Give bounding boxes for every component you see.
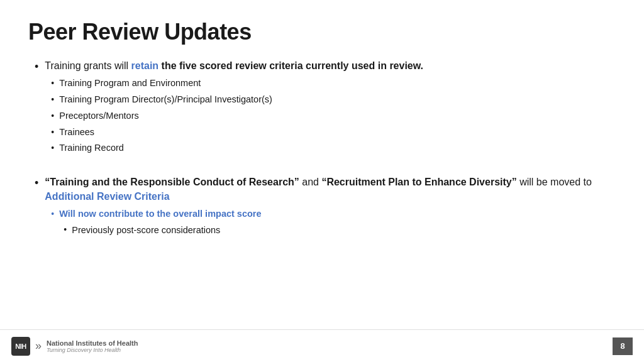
nih-text-block: National Institutes of Health Turning Di… [47, 339, 138, 353]
bullet1-highlight: retain [131, 60, 159, 71]
sub-text-1-1: Training Program and Environment [59, 77, 201, 90]
footer: NIH » National Institutes of Health Turn… [0, 329, 644, 362]
sub-sub-text-2-1: Previously post-score considerations [72, 224, 220, 238]
sub-bullet-1-1: • Training Program and Environment [51, 77, 423, 90]
bullet-marker-2: • [35, 177, 38, 190]
nih-tagline: Turning Discovery Into Health [47, 347, 138, 353]
nih-arrow-icon: » [35, 339, 42, 353]
sub-marker-2-1: • [51, 208, 54, 221]
sub-marker-1-1: • [51, 77, 54, 90]
sub-bullets-1: • Training Program and Environment • Tra… [45, 77, 423, 155]
bullet2-bold2: “Recruitment Plan to Enhance Diversity” [321, 177, 516, 187]
sub-text-1-5: Training Record [59, 141, 124, 155]
bullet1-intro: Training grants will [45, 60, 131, 71]
nih-badge: NIH [11, 337, 30, 356]
sub-bullet-1-3: • Preceptors/Mentors [51, 109, 423, 123]
nih-name: National Institutes of Health [47, 339, 138, 347]
bullet-text-1: Training grants will retain the five sco… [45, 59, 423, 158]
bullet2-bold1: “Training and the Responsible Conduct of… [45, 177, 299, 187]
slide-title: Peer Review Updates [28, 19, 616, 45]
slide-container: Peer Review Updates • Training grants wi… [0, 0, 644, 362]
sub-bullet-1-4: • Trainees [51, 126, 423, 140]
sub-bullet-1-5: • Training Record [51, 141, 423, 155]
bullet1-rest: the five scored review criteria currentl… [158, 60, 423, 71]
sub-bullets-2: • Will now contribute to the overall imp… [45, 207, 616, 238]
sub-text-2-1: Will now contribute to the overall impac… [59, 207, 261, 221]
content-area: • Training grants will retain the five s… [28, 59, 616, 237]
sub-text-1-3: Preceptors/Mentors [59, 109, 139, 123]
sub-text-1-4: Trainees [59, 126, 94, 140]
bullet2-link: Additional Review Criteria [45, 191, 169, 202]
sub-marker-1-3: • [51, 110, 54, 123]
sub-sub-bullet-2-1: • Previously post-score considerations [51, 224, 616, 238]
sub-sub-marker-2-1: • [64, 224, 67, 236]
bullet-marker-1: • [35, 60, 38, 74]
bullet2-will: will be moved to [517, 177, 592, 187]
sub-marker-1-4: • [51, 126, 54, 139]
bullet-2: • “Training and the Responsible Conduct … [35, 175, 616, 237]
sub-marker-1-2: • [51, 94, 54, 106]
page-number: 8 [613, 337, 633, 355]
sub-marker-1-5: • [51, 142, 54, 155]
sub-bullet-1-2: • Training Program Director(s)/Principal… [51, 93, 423, 107]
bullet2-and: and [299, 177, 322, 187]
bullet-1: • Training grants will retain the five s… [35, 59, 616, 158]
bullet-text-2: “Training and the Responsible Conduct of… [45, 175, 616, 237]
sub-bullet-2-1: • Will now contribute to the overall imp… [51, 207, 616, 221]
nih-logo-area: NIH » National Institutes of Health Turn… [11, 337, 138, 356]
sub-text-1-2: Training Program Director(s)/Principal I… [59, 93, 272, 107]
